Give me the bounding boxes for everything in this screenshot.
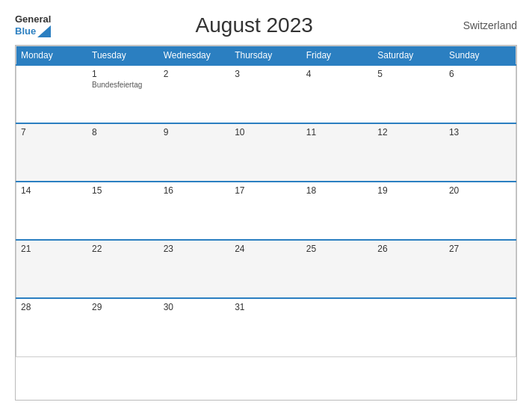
header-thursday: Thursday bbox=[230, 46, 302, 66]
day-cell: 6 bbox=[445, 65, 516, 123]
header-wednesday: Wednesday bbox=[159, 46, 231, 66]
country-label: Switzerland bbox=[457, 19, 517, 31]
day-cell: 1Bundesfeiertag bbox=[87, 65, 159, 123]
day-number: 29 bbox=[92, 302, 155, 312]
day-cell bbox=[445, 298, 516, 356]
day-number: 9 bbox=[164, 127, 226, 137]
day-number: 7 bbox=[21, 127, 83, 137]
day-number: 4 bbox=[306, 69, 369, 79]
day-number: 27 bbox=[449, 244, 511, 254]
page-header: General Blue August 2023 Switzerland bbox=[15, 13, 517, 37]
day-cell: 15 bbox=[87, 182, 159, 240]
day-number: 19 bbox=[377, 185, 440, 196]
day-cell: 17 bbox=[230, 182, 302, 240]
logo-general: General bbox=[15, 13, 51, 25]
day-number: 6 bbox=[449, 69, 511, 79]
day-cell: 4 bbox=[302, 65, 374, 123]
calendar-page: General Blue August 2023 Switzerland Mon… bbox=[0, 0, 532, 411]
calendar-container: Monday Tuesday Wednesday Thursday Friday… bbox=[15, 45, 517, 401]
logo-icon bbox=[37, 25, 51, 37]
week-row-1: 1Bundesfeiertag23456 bbox=[16, 65, 516, 123]
day-number: 25 bbox=[306, 244, 369, 254]
day-number: 20 bbox=[449, 185, 511, 196]
day-cell: 18 bbox=[302, 182, 374, 240]
day-cell bbox=[302, 298, 374, 356]
page-title: August 2023 bbox=[51, 13, 457, 37]
day-cell: 14 bbox=[16, 182, 88, 240]
day-cell: 31 bbox=[230, 298, 302, 356]
day-number: 28 bbox=[21, 302, 83, 312]
calendar-table: Monday Tuesday Wednesday Thursday Friday… bbox=[16, 46, 516, 357]
week-row-3: 14151617181920 bbox=[16, 182, 516, 240]
day-number: 18 bbox=[306, 185, 369, 196]
svg-marker-0 bbox=[37, 25, 51, 37]
day-cell: 21 bbox=[16, 240, 88, 298]
day-cell: 2 bbox=[159, 65, 231, 123]
week-row-4: 21222324252627 bbox=[16, 240, 516, 298]
day-number: 11 bbox=[306, 127, 369, 137]
day-cell: 27 bbox=[445, 240, 516, 298]
day-number: 8 bbox=[92, 127, 155, 137]
day-cell: 13 bbox=[445, 123, 516, 182]
day-cell: 26 bbox=[373, 240, 445, 298]
day-cell: 25 bbox=[302, 240, 374, 298]
day-cell: 5 bbox=[373, 65, 445, 123]
week-row-5: 28293031 bbox=[16, 298, 516, 356]
day-number: 13 bbox=[449, 127, 511, 137]
day-number: 3 bbox=[235, 69, 297, 79]
day-cell: 16 bbox=[159, 182, 231, 240]
day-number: 23 bbox=[164, 244, 226, 254]
day-number: 17 bbox=[235, 185, 297, 196]
day-number: 12 bbox=[377, 127, 440, 137]
day-number: 1 bbox=[92, 69, 155, 79]
logo: General Blue bbox=[15, 13, 51, 37]
day-number: 24 bbox=[235, 244, 297, 254]
day-number: 21 bbox=[21, 244, 83, 254]
day-number: 5 bbox=[377, 69, 440, 79]
day-number: 14 bbox=[21, 185, 83, 196]
header-saturday: Saturday bbox=[373, 46, 445, 66]
header-friday: Friday bbox=[302, 46, 374, 66]
header-monday: Monday bbox=[16, 46, 88, 66]
holiday-label: Bundesfeiertag bbox=[92, 81, 155, 89]
header-sunday: Sunday bbox=[445, 46, 516, 66]
day-number: 10 bbox=[235, 127, 297, 137]
header-tuesday: Tuesday bbox=[87, 46, 159, 66]
day-cell: 10 bbox=[230, 123, 302, 182]
day-cell: 24 bbox=[230, 240, 302, 298]
week-row-2: 78910111213 bbox=[16, 123, 516, 182]
day-number: 31 bbox=[235, 302, 297, 312]
day-cell: 28 bbox=[16, 298, 88, 356]
day-cell: 7 bbox=[16, 123, 88, 182]
day-cell: 30 bbox=[159, 298, 231, 356]
day-number: 22 bbox=[92, 244, 155, 254]
day-cell: 23 bbox=[159, 240, 231, 298]
day-header-row: Monday Tuesday Wednesday Thursday Friday… bbox=[16, 46, 516, 66]
day-number: 26 bbox=[377, 244, 440, 254]
day-cell: 29 bbox=[87, 298, 159, 356]
day-number: 30 bbox=[164, 302, 226, 312]
day-cell: 20 bbox=[445, 182, 516, 240]
day-cell: 12 bbox=[373, 123, 445, 182]
day-cell bbox=[373, 298, 445, 356]
logo-blue: Blue bbox=[15, 25, 36, 37]
day-cell bbox=[16, 65, 88, 123]
day-number: 2 bbox=[164, 69, 226, 79]
day-cell: 9 bbox=[159, 123, 231, 182]
day-cell: 3 bbox=[230, 65, 302, 123]
day-cell: 22 bbox=[87, 240, 159, 298]
day-number: 15 bbox=[92, 185, 155, 196]
day-cell: 11 bbox=[302, 123, 374, 182]
day-number: 16 bbox=[164, 185, 226, 196]
day-cell: 19 bbox=[373, 182, 445, 240]
day-cell: 8 bbox=[87, 123, 159, 182]
